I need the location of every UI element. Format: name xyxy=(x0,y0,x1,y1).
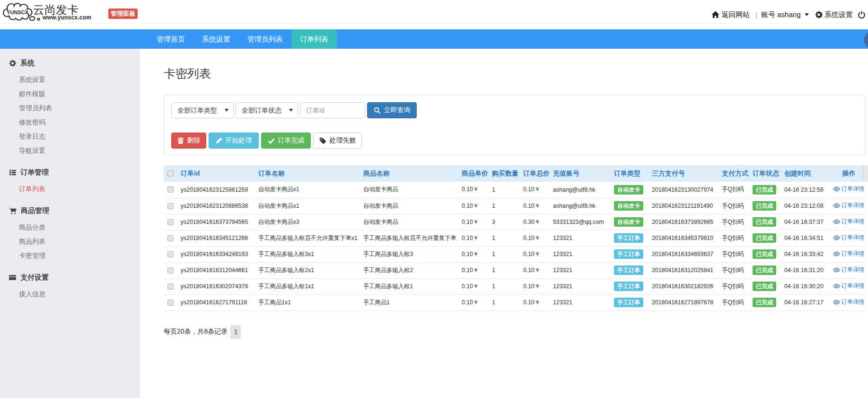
svg-text:YUNSCX: YUNSCX xyxy=(7,9,29,15)
